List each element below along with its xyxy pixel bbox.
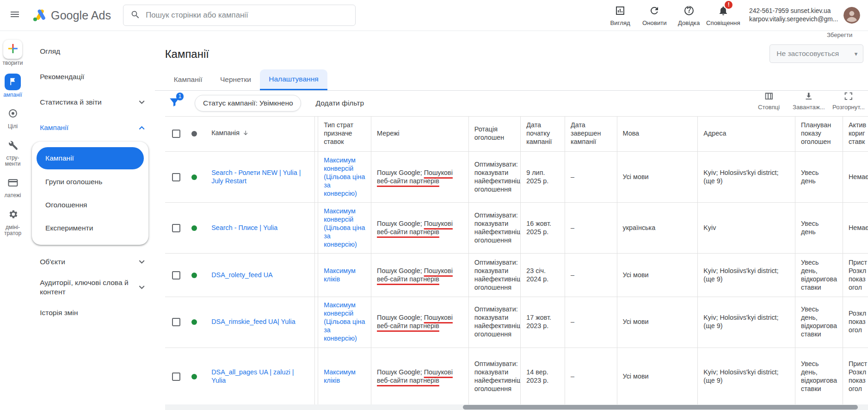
status-enabled-dot[interactable] bbox=[191, 225, 197, 231]
bid-strategy-link[interactable]: Максимум конверсій (Цільова ціна за конв… bbox=[324, 301, 365, 342]
create-button[interactable] bbox=[3, 40, 22, 59]
avatar[interactable] bbox=[843, 7, 860, 24]
main-menu-button[interactable] bbox=[5, 5, 25, 25]
campaign-link[interactable]: Search - Плисе | Yulia bbox=[211, 224, 277, 231]
campaigns-table: Кампанія Тип страт призначе ставок Мереж… bbox=[165, 116, 868, 406]
rail-item-billing[interactable]: латежі bbox=[5, 174, 21, 199]
campaign-cell: Search - Ролети NEW | Yulia | July Resta… bbox=[206, 152, 315, 202]
start-date-cell: 17 жовт. 2023 р. bbox=[521, 297, 565, 348]
horizontal-scrollbar-thumb[interactable] bbox=[463, 405, 858, 410]
bar-chart-icon bbox=[615, 5, 626, 18]
status-enabled-dot[interactable] bbox=[191, 174, 197, 180]
tab-campaigns[interactable]: Кампанії bbox=[165, 69, 211, 90]
topbar-actions: Вигляд Оновити Довідка ! Сповіщення 242-… bbox=[603, 4, 860, 26]
bid-strategy-link[interactable]: Максимум конверсій (Цільова ціна за конв… bbox=[324, 156, 365, 197]
campaign-cell: Search - Плисе | Yulia bbox=[206, 203, 315, 253]
adjustments-cell: Немає bbox=[843, 152, 868, 202]
filter-chip-status[interactable]: Статус кампанії: Увімкнено bbox=[195, 95, 301, 112]
campaign-link[interactable]: DSA_rimskie_feed UA| Yulia bbox=[211, 318, 295, 325]
table-tools: Стовпці Завантаж... Розгорнут... bbox=[753, 91, 865, 111]
bid-strategy-link[interactable]: Максимум кліків bbox=[324, 368, 356, 384]
tab-settings[interactable]: Налаштування bbox=[260, 69, 327, 90]
rotation-cell: Оптимізувати: показувати найефективніші … bbox=[469, 348, 521, 405]
tab-drafts[interactable]: Чернетки bbox=[211, 69, 260, 90]
sidebar-item-label: Статистика й звіти bbox=[40, 98, 102, 107]
status-enabled-dot[interactable] bbox=[191, 374, 197, 379]
row-checkbox[interactable] bbox=[172, 224, 180, 232]
chevron-down-icon bbox=[139, 100, 145, 104]
status-enabled-dot[interactable] bbox=[191, 319, 197, 325]
adjustments-cell: Немає bbox=[843, 203, 868, 253]
header-bid-strategy[interactable]: Тип страт призначе ставок bbox=[318, 117, 371, 152]
sidebar-item-recommendations[interactable]: Рекомендації bbox=[25, 64, 155, 90]
rail-item-goals[interactable]: Цілі bbox=[5, 105, 21, 130]
header-networks[interactable]: Мережі bbox=[371, 117, 469, 152]
header-bid-adjustments[interactable]: Актив кориг ставк bbox=[843, 117, 868, 152]
campaign-link[interactable]: DSA_all_pages UA | zaluzi | Yulia bbox=[211, 368, 294, 384]
bid-strategy-link[interactable]: Максимум конверсій (Цільова ціна за конв… bbox=[324, 207, 365, 248]
filter-button[interactable]: 1 bbox=[168, 96, 180, 110]
account-info[interactable]: 242-561-7959 sunset.kiev.ua karpov.vital… bbox=[749, 7, 838, 24]
scope-select[interactable]: Не застосовується ▾ bbox=[770, 44, 863, 63]
submenu-item-campaigns[interactable]: Кампанії bbox=[37, 147, 144, 169]
networks-cell: Пошук Google; Пошукові веб-сайти партнер… bbox=[371, 297, 469, 348]
sidebar-item-change-history[interactable]: Історія змін bbox=[25, 300, 155, 326]
status-enabled-dot[interactable] bbox=[191, 273, 197, 278]
sidebar-item-audiences[interactable]: Аудиторії, ключові слова й контент bbox=[25, 275, 155, 300]
save-button[interactable]: Зберегти bbox=[827, 31, 852, 38]
columns-button[interactable]: Стовпці bbox=[753, 91, 785, 111]
row-checkbox[interactable] bbox=[172, 173, 180, 181]
header-language[interactable]: Мова bbox=[617, 117, 698, 152]
header-start-date[interactable]: Дата початку кампанії bbox=[521, 117, 565, 152]
submenu-item-ads[interactable]: Оголошення bbox=[37, 194, 144, 216]
campaign-link[interactable]: DSA_rolety_feed UA bbox=[211, 271, 273, 279]
header-address[interactable]: Адреса bbox=[698, 117, 795, 152]
global-search[interactable] bbox=[123, 5, 356, 25]
submenu-item-ad-groups[interactable]: Групи оголошень bbox=[37, 171, 144, 193]
scope-select-value: Не застосовується bbox=[776, 50, 839, 58]
header-schedule[interactable]: Плануван показу оголошен bbox=[795, 117, 843, 152]
row-checkbox[interactable] bbox=[172, 318, 180, 326]
campaign-link[interactable]: Search - Ролети NEW | Yulia | July Resta… bbox=[211, 169, 301, 185]
select-all-checkbox[interactable] bbox=[172, 130, 180, 138]
start-date-cell: 16 жовт. 2025 р. bbox=[521, 203, 565, 253]
rail-item-tools[interactable]: стру- менти bbox=[5, 137, 21, 168]
wrench-icon bbox=[5, 137, 21, 154]
expand-button[interactable]: Розгорнут... bbox=[832, 91, 864, 111]
adjustments-cell: Прист Розкл показ огол bbox=[843, 348, 868, 405]
header-rotation[interactable]: Ротація оголошен bbox=[469, 117, 521, 152]
help-label: Довідка bbox=[678, 19, 700, 26]
submenu-item-experiments[interactable]: Експерименти bbox=[37, 217, 144, 239]
rotation-cell: Оптимізувати: показувати найефективніші … bbox=[469, 297, 521, 348]
bid-strategy-cell: Максимум конверсій (Цільова ціна за конв… bbox=[318, 152, 371, 202]
refresh-button[interactable]: Оновити bbox=[637, 4, 671, 26]
sidebar-item-label: Аудиторії, ключові слова й контент bbox=[40, 278, 129, 297]
sidebar-item-assets[interactable]: Об'єкти bbox=[25, 249, 155, 275]
appearance-button[interactable]: Вигляд bbox=[603, 4, 637, 26]
header-end-date[interactable]: Дата завершен кампанії bbox=[565, 117, 617, 152]
row-checkbox[interactable] bbox=[172, 373, 180, 381]
sidebar-item-campaigns[interactable]: Кампанії bbox=[25, 115, 155, 141]
frozen-divider bbox=[315, 297, 318, 348]
rail-item-campaigns[interactable]: ампанії bbox=[3, 74, 22, 98]
table-row: Search - Ролети NEW | Yulia | July Resta… bbox=[165, 152, 868, 203]
start-date-cell: 23 січ. 2024 р. bbox=[521, 254, 565, 296]
sidebar-item-insights[interactable]: Статистика й звіти bbox=[25, 90, 155, 115]
row-checkbox[interactable] bbox=[172, 271, 180, 280]
sidebar-item-overview[interactable]: Огляд bbox=[25, 39, 155, 64]
bid-strategy-cell: Максимум кліків bbox=[318, 254, 371, 296]
help-button[interactable]: Довідка bbox=[671, 4, 706, 26]
appearance-label: Вигляд bbox=[610, 19, 630, 26]
download-button[interactable]: Завантаж... bbox=[793, 91, 825, 111]
chevron-down-icon bbox=[139, 260, 145, 264]
schedule-cell: Увесь день, відкоригова ставки bbox=[795, 348, 843, 405]
start-date-cell: 14 вер. 2023 р. bbox=[521, 348, 565, 405]
add-filter-button[interactable]: Додати фільтр bbox=[316, 99, 364, 107]
header-campaign[interactable]: Кампанія bbox=[206, 117, 315, 152]
notifications-button[interactable]: ! Сповіщення bbox=[706, 4, 740, 26]
search-input[interactable] bbox=[146, 11, 349, 20]
sidebar-item-label: Огляд bbox=[40, 47, 60, 56]
adjustments-cell: Розкл показ огол bbox=[843, 297, 868, 348]
rail-item-admin[interactable]: дміні- тратор bbox=[4, 206, 21, 236]
bid-strategy-link[interactable]: Максимум кліків bbox=[324, 267, 356, 283]
